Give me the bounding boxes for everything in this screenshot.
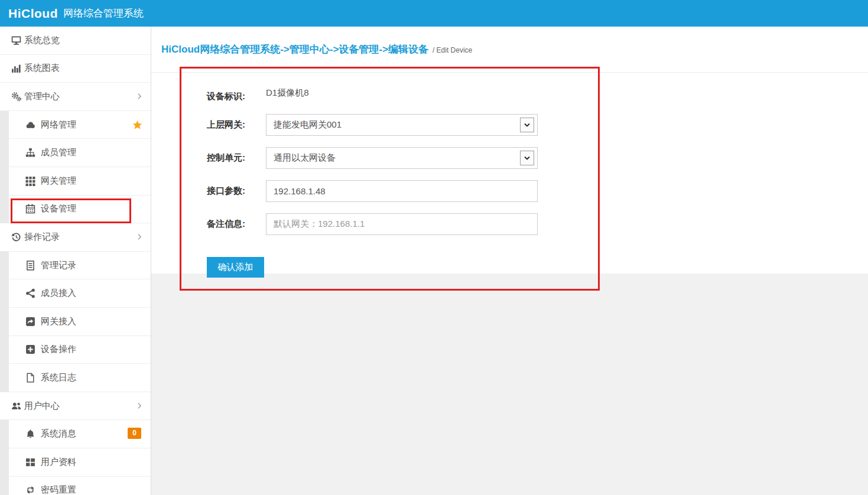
sidebar-item-system-log[interactable]: 系统日志 (0, 364, 151, 392)
grid-icon (25, 176, 35, 186)
sidebar-item-label: 系统消息 (41, 428, 76, 439)
sidebar-item-gateway-management[interactable]: 网关管理 (0, 167, 151, 196)
sidebar-item-management-center[interactable]: 管理中心 (0, 83, 151, 111)
sidebar-item-management-records[interactable]: 管理记录 (0, 252, 151, 280)
device-id-label: 设备标识: (207, 87, 266, 102)
form-row-control-unit: 控制单元: 通用以太网设备 (207, 147, 538, 169)
sidebar: 系统总览 系统图表 管理中心 (0, 27, 151, 495)
control-unit-selected-value: 通用以太网设备 (274, 152, 336, 164)
breadcrumb-suffix: / Edit Device (433, 46, 472, 54)
sidebar-item-system-charts[interactable]: 系统图表 (0, 55, 151, 83)
sidebar-item-device-management[interactable]: 设备管理 (0, 196, 151, 224)
interface-params-label: 接口参数: (207, 185, 266, 197)
sidebar-item-label: 成员接入 (41, 288, 76, 299)
bar-chart-icon (11, 63, 21, 73)
star-icon (132, 120, 142, 130)
sidebar-item-label: 密码重置 (41, 484, 76, 495)
sidebar-item-label: 网关接入 (41, 316, 76, 327)
plus-square-icon (25, 344, 35, 354)
sidebar-item-user-center[interactable]: 用户中心 (0, 392, 151, 421)
sidebar-item-label: 网关管理 (41, 175, 76, 187)
users-icon (11, 401, 21, 411)
sidebar-item-gateway-access[interactable]: 网关接入 (0, 308, 151, 336)
control-unit-label: 控制单元: (207, 152, 266, 164)
chevron-right-icon (135, 233, 144, 241)
form-panel: 设备标识: D1摄像机8 上层网关: 捷能发电网关001 控制单元: (151, 73, 868, 273)
sidebar-item-label: 管理中心 (24, 91, 60, 102)
chevron-down-icon (520, 118, 534, 132)
history-icon (11, 232, 21, 242)
brand-logo: HiCloud (8, 6, 58, 21)
edit-device-form: 设备标识: D1摄像机8 上层网关: 捷能发电网关001 控制单元: (207, 87, 538, 278)
sidebar-item-label: 设备管理 (41, 203, 76, 214)
sidebar-item-member-management[interactable]: 成员管理 (0, 139, 151, 167)
upper-gateway-label: 上层网关: (207, 119, 266, 131)
interface-params-input[interactable] (266, 180, 538, 202)
calendar-icon (25, 204, 35, 214)
sidebar-item-network-management[interactable]: 网络管理 (0, 111, 151, 139)
breadcrumb-path: HiCloud网络综合管理系统->管理中心->设备管理->编辑设备 (161, 43, 428, 56)
remark-input[interactable] (266, 213, 538, 235)
sidebar-item-label: 操作记录 (24, 232, 60, 243)
sitemap-icon (25, 148, 35, 158)
chevron-down-icon (520, 151, 534, 165)
device-id-value: D1摄像机8 (266, 87, 309, 99)
main-content: HiCloud网络综合管理系统->管理中心->设备管理->编辑设备 / Edit… (151, 27, 868, 495)
upper-gateway-selected-value: 捷能发电网关001 (274, 119, 342, 131)
gears-icon (11, 92, 21, 102)
upper-gateway-select[interactable]: 捷能发电网关001 (266, 114, 538, 136)
share-icon (25, 288, 35, 298)
breadcrumb: HiCloud网络综合管理系统->管理中心->设备管理->编辑设备 / Edit… (151, 27, 868, 73)
confirm-add-button[interactable]: 确认添加 (207, 257, 264, 278)
remark-label: 备注信息: (207, 219, 266, 230)
sidebar-item-label: 管理记录 (41, 260, 76, 271)
topbar: HiCloud 网络综合管理系统 (0, 0, 868, 27)
form-row-interface-params: 接口参数: (207, 180, 538, 202)
brand-subtitle: 网络综合管理系统 (63, 6, 144, 20)
form-row-device-id: 设备标识: D1摄像机8 (207, 87, 538, 105)
sidebar-item-label: 系统日志 (41, 372, 76, 383)
sidebar-item-label: 用户资料 (41, 457, 76, 468)
chevron-right-icon (135, 92, 144, 100)
sidebar-item-label: 成员管理 (41, 147, 76, 158)
form-row-remark: 备注信息: (207, 213, 538, 235)
sidebar-item-label: 设备操作 (41, 344, 76, 355)
sidebar-item-system-messages[interactable]: 系统消息 0 (0, 420, 151, 448)
sidebar-item-user-profile[interactable]: 用户资料 (0, 448, 151, 477)
form-row-upper-gateway: 上层网关: 捷能发电网关001 (207, 114, 538, 136)
sidebar-menu: 系统总览 系统图表 管理中心 (0, 27, 151, 495)
sidebar-item-member-access[interactable]: 成员接入 (0, 279, 151, 308)
bell-icon (25, 429, 35, 439)
desktop-icon (11, 35, 21, 45)
sidebar-item-label: 网络管理 (41, 119, 76, 131)
file-text-icon (25, 260, 35, 271)
cloud-icon (25, 120, 35, 130)
sidebar-item-label: 系统总览 (24, 35, 60, 46)
sidebar-item-label: 系统图表 (24, 63, 60, 74)
sidebar-item-operation-records[interactable]: 操作记录 (0, 223, 151, 252)
sidebar-item-system-overview[interactable]: 系统总览 (0, 27, 151, 55)
retweet-icon (25, 485, 35, 495)
th-large-icon (25, 457, 35, 467)
message-count-badge: 0 (128, 428, 141, 439)
control-unit-select[interactable]: 通用以太网设备 (266, 147, 538, 169)
sidebar-item-device-operation[interactable]: 设备操作 (0, 336, 151, 364)
share-square-icon (25, 317, 35, 327)
sidebar-item-label: 用户中心 (24, 400, 60, 412)
sidebar-item-password-reset[interactable]: 密码重置 (0, 477, 151, 495)
chevron-right-icon (135, 402, 144, 410)
file-icon (25, 373, 35, 383)
